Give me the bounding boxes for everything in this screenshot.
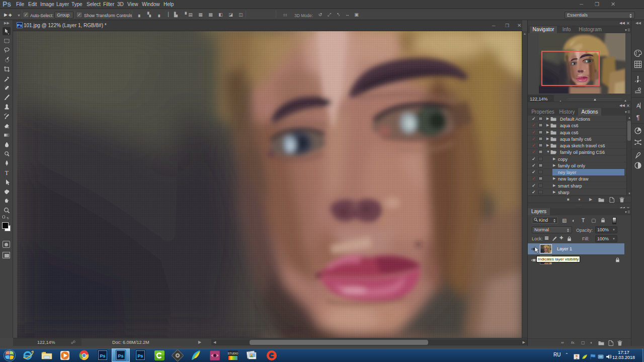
svg-text:Ps: Ps	[137, 353, 143, 358]
svg-text:¶: ¶	[636, 114, 639, 121]
svg-text:Ps: Ps	[118, 353, 123, 358]
svg-text:Ps: Ps	[100, 353, 105, 358]
svg-text:T: T	[5, 169, 9, 176]
svg-text:⚗: ⚗	[576, 357, 578, 360]
svg-text:STUDIO: STUDIO	[227, 352, 238, 355]
svg-text:A: A	[636, 103, 640, 109]
